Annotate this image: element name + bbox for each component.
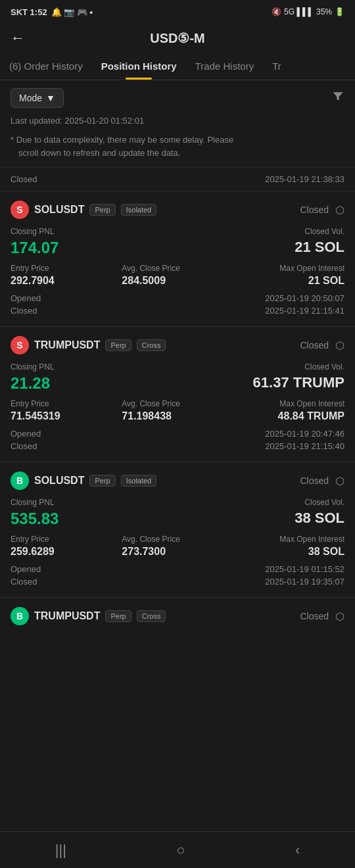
closed-label-sol-2: Closed [11, 577, 37, 587]
partial-entry: Closed 2025-01-19 21:38:33 [0, 167, 355, 191]
badge-isolated-sol-2: Isolated [121, 475, 157, 487]
max-open-value-sol-2: 38 SOL [233, 546, 344, 558]
opened-row-sol-1: Opened 2025-01-19 20:50:07 [11, 293, 344, 303]
price-row-trump-1: Entry Price 71.545319 Avg. Close Price 7… [11, 399, 344, 422]
tab-trade-history[interactable]: Trade History [186, 53, 263, 80]
entry-price-value-trump-1: 71.545319 [11, 410, 122, 422]
symbol-name-trump-1: TRUMPUSDT [34, 339, 100, 351]
tabs-bar: (6) Order History Position History Trade… [0, 53, 355, 80]
card-trump-1: S TRUMPUSDT Perp Cross Closed ⬡ Closing … [0, 326, 355, 462]
pnl-value-trump-1: 21.28 [11, 374, 55, 393]
card-header-right-sol-1: Closed ⬡ [300, 204, 344, 216]
back-button[interactable]: ← [11, 30, 25, 47]
nav-bar: ||| ○ ‹ [0, 831, 355, 868]
closed-row-sol-1: Closed 2025-01-19 21:15:41 [11, 306, 344, 316]
tab-order-history[interactable]: (6) Order History [0, 53, 92, 80]
avg-close-value-sol-1: 284.5009 [122, 275, 233, 287]
mode-label: Mode [19, 93, 42, 103]
badge-isolated-sol-1: Isolated [121, 204, 157, 216]
symbol-icon-trump-1: S [11, 336, 29, 354]
max-open-value-sol-1: 21 SOL [233, 275, 344, 287]
filter-icon[interactable] [331, 90, 344, 107]
max-open-label-sol-1: Max Open Interest [233, 264, 344, 273]
card-header-right-trump-1: Closed ⬡ [300, 339, 344, 352]
notice-line2: scroll down to refresh and update the da… [11, 147, 344, 160]
pnl-label-trump-1: Closing PNL [11, 362, 55, 372]
entry-price-trump-1: Entry Price 71.545319 [11, 399, 122, 422]
badge-cross-trump-1: Cross [137, 339, 166, 351]
pnl-value-sol-1: 174.07 [11, 239, 59, 257]
card-header-sol-2: B SOLUSDT Perp Isolated Closed ⬡ [11, 471, 344, 490]
opened-value-trump-1: 2025-01-19 20:47:46 [265, 429, 344, 439]
card-header-left-sol-1: S SOLUSDT Perp Isolated [11, 201, 156, 219]
closed-row-trump-1: Closed 2025-01-19 21:15:40 [11, 441, 344, 451]
entry-price-sol-2: Entry Price 259.6289 [11, 535, 122, 558]
avg-close-trump-1: Avg. Close Price 71.198438 [122, 399, 233, 422]
entry-price-label-trump-1: Entry Price [11, 399, 122, 408]
closed-vol-label-sol-2: Closed Vol. [295, 498, 344, 507]
closed-vol-value-trump-1: 61.37 TRUMP [253, 374, 344, 391]
pnl-row-trump-1: Closing PNL 21.28 Closed Vol. 61.37 TRUM… [11, 362, 344, 393]
price-row-sol-1: Entry Price 292.7904 Avg. Close Price 28… [11, 264, 344, 287]
entry-price-value-sol-2: 259.6289 [11, 546, 122, 558]
opened-value-sol-1: 2025-01-19 20:50:07 [265, 293, 344, 303]
max-open-value-trump-1: 48.84 TRUMP [233, 410, 344, 422]
card-header-left-trump-2: B TRUMPUSDT Perp Cross [11, 607, 166, 625]
symbol-name-trump-2: TRUMPUSDT [34, 610, 100, 622]
card-sol-1: S SOLUSDT Perp Isolated Closed ⬡ Closing… [0, 191, 355, 326]
mode-button[interactable]: Mode ▼ [11, 88, 64, 108]
entry-price-sol-1: Entry Price 292.7904 [11, 264, 122, 287]
pnl-left-trump-1: Closing PNL 21.28 [11, 362, 55, 393]
share-icon-sol-2[interactable]: ⬡ [335, 475, 344, 487]
closed-value-sol-1: 2025-01-19 21:15:41 [265, 306, 344, 316]
card-header-right-trump-2: Closed ⬡ [300, 610, 344, 623]
closed-row-sol-2: Closed 2025-01-19 19:35:07 [11, 577, 344, 587]
closed-vol-sol-2: Closed Vol. 38 SOL [295, 498, 344, 527]
closed-vol-label-sol-1: Closed Vol. [295, 227, 344, 236]
nav-back-icon[interactable]: ‹ [275, 835, 320, 865]
signal-icons: 5G ▌▌▌ [284, 7, 314, 16]
battery-icon: 🔋 [335, 7, 344, 16]
closed-vol-value-sol-2: 38 SOL [295, 510, 344, 527]
share-icon-sol-1[interactable]: ⬡ [335, 204, 344, 216]
card-header-sol-1: S SOLUSDT Perp Isolated Closed ⬡ [11, 201, 344, 219]
notice: * Due to data complexity, there may be s… [0, 131, 355, 167]
status-bar: SKT 1:52 🔔 📷 🎮 • 🔇 5G ▌▌▌ 35% 🔋 [0, 0, 355, 24]
symbol-name-sol-2: SOLUSDT [34, 475, 84, 487]
avg-close-sol-2: Avg. Close Price 273.7300 [122, 535, 233, 558]
pnl-left-sol-1: Closing PNL 174.07 [11, 227, 59, 257]
share-icon-trump-1[interactable]: ⬡ [335, 339, 344, 352]
avg-close-sol-1: Avg. Close Price 284.5009 [122, 264, 233, 287]
tab-tr[interactable]: Tr [263, 53, 291, 80]
opened-label-sol-2: Opened [11, 564, 41, 574]
pnl-row-sol-1: Closing PNL 174.07 Closed Vol. 21 SOL [11, 227, 344, 257]
entry-price-label-sol-1: Entry Price [11, 264, 122, 273]
status-sol-1: Closed [300, 205, 329, 215]
mute-icon: 🔇 [272, 7, 281, 16]
nav-recents-icon[interactable]: ||| [36, 835, 86, 865]
avg-close-label-trump-1: Avg. Close Price [122, 399, 233, 408]
card-header-left-trump-1: S TRUMPUSDT Perp Cross [11, 336, 166, 354]
card-trump-2: B TRUMPUSDT Perp Cross Closed ⬡ [0, 597, 355, 639]
dropdown-icon: ▼ [46, 93, 55, 103]
status-left: SKT 1:52 🔔 📷 🎮 • [11, 7, 93, 17]
avg-close-value-trump-1: 71.198438 [122, 410, 233, 422]
partial-date: 2025-01-19 21:38:33 [265, 174, 344, 184]
card-sol-2: B SOLUSDT Perp Isolated Closed ⬡ Closing… [0, 462, 355, 597]
card-header-trump-2: B TRUMPUSDT Perp Cross Closed ⬡ [11, 607, 344, 625]
partial-status: Closed [11, 174, 37, 184]
nav-home-icon[interactable]: ○ [156, 835, 204, 865]
card-header-left-sol-2: B SOLUSDT Perp Isolated [11, 471, 156, 490]
max-open-label-trump-1: Max Open Interest [233, 399, 344, 408]
pnl-left-sol-2: Closing PNL 535.83 [11, 498, 59, 528]
share-icon-trump-2[interactable]: ⬡ [335, 610, 344, 623]
price-row-sol-2: Entry Price 259.6289 Avg. Close Price 27… [11, 535, 344, 558]
pnl-label-sol-2: Closing PNL [11, 498, 59, 507]
symbol-name-sol-1: SOLUSDT [34, 204, 84, 216]
closed-value-sol-2: 2025-01-19 19:35:07 [265, 577, 344, 587]
closed-vol-sol-1: Closed Vol. 21 SOL [295, 227, 344, 256]
opened-label-sol-1: Opened [11, 293, 41, 303]
tab-position-history[interactable]: Position History [92, 53, 186, 80]
max-open-sol-1: Max Open Interest 21 SOL [233, 264, 344, 287]
card-header-right-sol-2: Closed ⬡ [300, 475, 344, 487]
